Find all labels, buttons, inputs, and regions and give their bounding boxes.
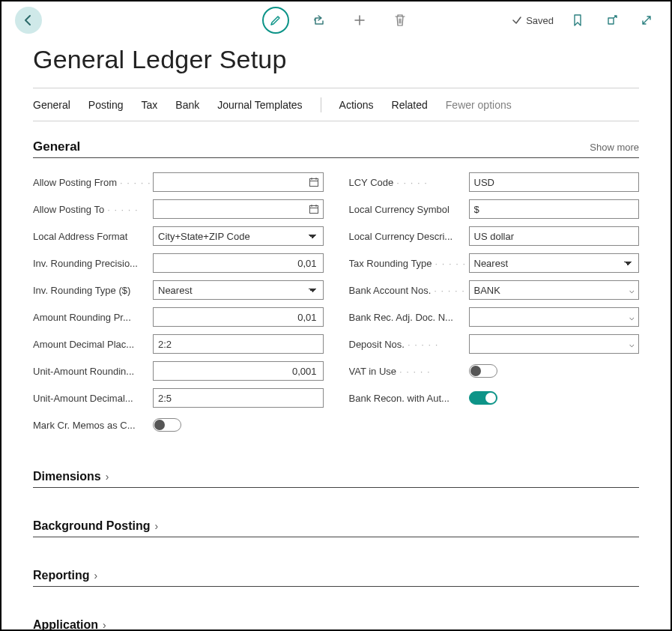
chevron-right-icon: › — [103, 619, 106, 631]
field-row-local-currency-descri: Local Currency Descri... — [349, 223, 640, 250]
delete-button[interactable] — [390, 10, 411, 31]
general-left-column: Allow Posting From· · · · ·Allow Posting… — [33, 169, 324, 438]
local-currency-symbol-input[interactable] — [469, 199, 640, 219]
action-actions[interactable]: Actions — [339, 96, 374, 114]
allow-posting-from-input[interactable] — [153, 172, 324, 192]
amount-rounding-pr-input[interactable] — [153, 307, 324, 327]
arrow-left-icon — [22, 14, 34, 26]
collapsed-sections: Dimensions›Background Posting›Reporting›… — [33, 470, 639, 631]
tab-separator — [321, 97, 321, 112]
window: Saved General Ledger Setup General Posti… — [0, 0, 672, 631]
unit-amount-decimal-input[interactable] — [153, 388, 324, 408]
field-label: Bank Account Nos.· · · · · — [349, 285, 469, 296]
section-general-title: General — [33, 139, 80, 154]
local-address-format-select[interactable]: City+State+ZIP Code — [153, 226, 324, 246]
field-label: VAT in Use· · · · · — [349, 366, 469, 377]
share-icon — [312, 13, 326, 27]
field-label: Inv. Rounding Precisio... — [33, 258, 153, 269]
field-row-unit-amount-decimal: Unit-Amount Decimal... — [33, 384, 324, 411]
toolbar-center — [262, 7, 411, 34]
chevron-right-icon: › — [106, 471, 109, 483]
field-label: Bank Rec. Adj. Doc. N... — [349, 312, 469, 323]
field-row-lcy-code: LCY Code· · · · · — [349, 169, 640, 196]
section-dimensions[interactable]: Dimensions› — [33, 470, 639, 488]
field-row-unit-amount-roundin: Unit-Amount Roundin... — [33, 357, 324, 384]
deposit-nos-lookup[interactable] — [469, 334, 640, 354]
lcy-code-input[interactable] — [469, 172, 640, 192]
field-label: Unit-Amount Roundin... — [33, 366, 153, 377]
new-button[interactable] — [349, 10, 370, 31]
field-row-amount-decimal-plac: Amount Decimal Plac... — [33, 330, 324, 357]
toolbar-right: Saved — [512, 10, 657, 31]
chevron-right-icon: › — [154, 520, 158, 532]
inv-rounding-type-select[interactable]: Nearest — [153, 280, 324, 300]
plus-icon — [353, 13, 366, 27]
field-label: Local Currency Symbol — [349, 204, 469, 215]
bank-rec-adj-doc-n-lookup[interactable] — [469, 307, 640, 327]
back-button[interactable] — [15, 7, 42, 34]
allow-posting-to-input[interactable] — [153, 199, 324, 219]
field-label: LCY Code· · · · · — [349, 177, 469, 188]
tab-general[interactable]: General — [33, 96, 70, 114]
bank-recon-with-aut-toggle[interactable] — [469, 391, 497, 405]
section-title: Background Posting — [33, 519, 150, 533]
mark-cr-memos-as-c-toggle[interactable] — [153, 418, 181, 432]
field-row-local-currency-symbol: Local Currency Symbol — [349, 196, 640, 223]
field-row-bank-rec-adj-doc-n: Bank Rec. Adj. Doc. N...⌵ — [349, 304, 640, 330]
action-related[interactable]: Related — [392, 96, 428, 114]
section-background-posting[interactable]: Background Posting› — [33, 519, 639, 537]
field-row-deposit-nos: Deposit Nos.· · · · ·⌵ — [349, 330, 640, 357]
general-columns: Allow Posting From· · · · ·Allow Posting… — [33, 169, 639, 438]
tab-posting[interactable]: Posting — [88, 96, 124, 114]
bookmark-button[interactable] — [567, 10, 588, 31]
field-label: Local Address Format — [33, 231, 153, 242]
field-label: Local Currency Descri... — [349, 231, 469, 242]
fewer-options[interactable]: Fewer options — [446, 96, 512, 114]
tabs-row: General Posting Tax Bank Journal Templat… — [33, 88, 639, 121]
trash-icon — [394, 13, 406, 27]
unit-amount-roundin-input[interactable] — [153, 361, 324, 381]
page-body: General Ledger Setup General Posting Tax… — [1, 45, 671, 631]
field-row-inv-rounding-precisio: Inv. Rounding Precisio... — [33, 250, 324, 277]
page-title: General Ledger Setup — [33, 45, 639, 74]
amount-decimal-plac-input[interactable] — [153, 334, 324, 354]
share-button[interactable] — [309, 10, 330, 31]
field-row-bank-account-nos: Bank Account Nos.· · · · ·⌵ — [349, 277, 640, 304]
general-right-column: LCY Code· · · · ·Local Currency SymbolLo… — [349, 169, 640, 438]
bank-account-nos-lookup[interactable] — [469, 280, 640, 300]
expand-button[interactable] — [636, 10, 657, 31]
top-toolbar: Saved — [1, 1, 671, 39]
tab-bank[interactable]: Bank — [175, 96, 199, 114]
section-title: Application — [33, 618, 98, 631]
popout-button[interactable] — [602, 10, 623, 31]
inv-rounding-precisio-input[interactable] — [153, 253, 324, 273]
tax-rounding-type-select[interactable]: Nearest — [469, 253, 640, 273]
section-application[interactable]: Application› — [33, 618, 639, 631]
saved-indicator: Saved — [512, 15, 554, 26]
tab-tax[interactable]: Tax — [142, 96, 158, 114]
field-row-allow-posting-to: Allow Posting To· · · · · — [33, 196, 324, 223]
field-row-local-address-format: Local Address FormatCity+State+ZIP Code — [33, 223, 324, 250]
check-icon — [512, 15, 522, 25]
field-label: Tax Rounding Type· · · · · — [349, 258, 469, 269]
local-currency-descri-input[interactable] — [469, 226, 640, 246]
field-label: Unit-Amount Decimal... — [33, 393, 153, 404]
field-label: Allow Posting To· · · · · — [33, 204, 153, 215]
chevron-right-icon: › — [94, 570, 98, 582]
field-label: Amount Rounding Pr... — [33, 312, 153, 323]
show-more-link[interactable]: Show more — [590, 142, 639, 153]
pencil-icon — [270, 14, 282, 26]
edit-button[interactable] — [262, 7, 289, 34]
expand-icon — [641, 14, 653, 26]
section-title: Reporting — [33, 569, 90, 582]
section-reporting[interactable]: Reporting› — [33, 569, 639, 587]
field-label: Inv. Rounding Type ($) — [33, 285, 153, 296]
popout-icon — [606, 14, 618, 26]
section-title: Dimensions — [33, 470, 101, 483]
section-general-header: General Show more — [33, 139, 639, 158]
bookmark-icon — [572, 13, 583, 27]
field-label: Mark Cr. Memos as C... — [33, 420, 153, 431]
vat-in-use-toggle[interactable] — [469, 364, 497, 378]
tab-journal-templates[interactable]: Journal Templates — [217, 96, 302, 114]
field-row-bank-recon-with-aut: Bank Recon. with Aut... — [349, 384, 640, 411]
